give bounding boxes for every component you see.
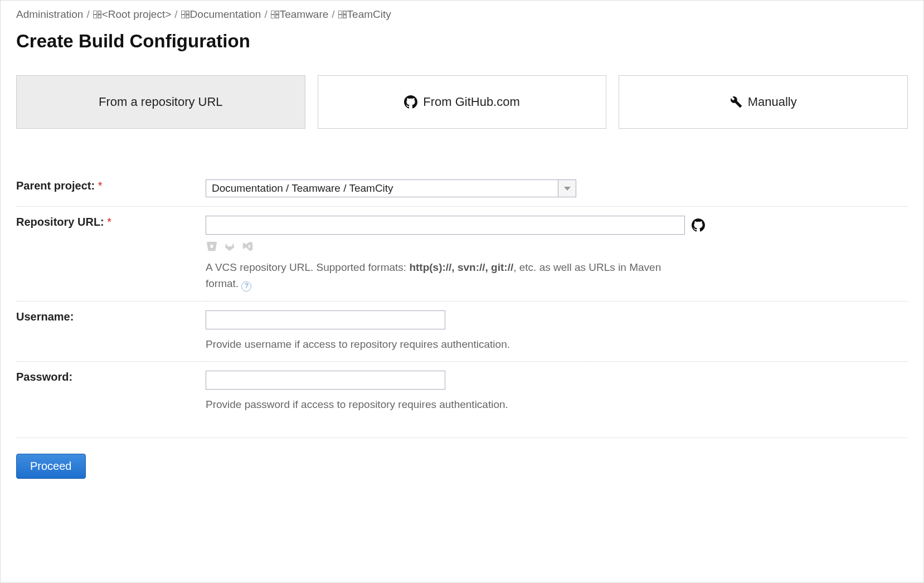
parent-project-label: Parent project: — [16, 179, 95, 192]
breadcrumb-separator: / — [86, 8, 89, 21]
password-hint: Provide password if access to repository… — [206, 396, 685, 412]
tab-from-repository-url[interactable]: From a repository URL — [16, 75, 305, 129]
breadcrumb-teamcity[interactable]: TeamCity — [338, 8, 391, 21]
tab-from-github[interactable]: From GitHub.com — [318, 75, 607, 129]
parent-project-value: Documentation / Teamware / TeamCity — [206, 180, 558, 197]
visualstudio-icon[interactable] — [241, 240, 254, 252]
username-hint: Provide username if access to repository… — [206, 336, 685, 352]
breadcrumb-root-project[interactable]: <Root project> — [93, 8, 172, 21]
gitlab-icon[interactable] — [223, 240, 236, 252]
required-marker: * — [98, 179, 103, 192]
create-mode-tabs: From a repository URL From GitHub.com Ma… — [16, 75, 908, 129]
repository-url-hint: A VCS repository URL. Supported formats:… — [206, 259, 685, 292]
github-icon[interactable] — [692, 218, 705, 232]
tab-label: From GitHub.com — [423, 95, 520, 109]
repository-url-label: Repository URL: — [16, 216, 104, 228]
tab-manually[interactable]: Manually — [619, 75, 908, 129]
dropdown-toggle[interactable] — [558, 180, 576, 197]
parent-project-select[interactable]: Documentation / Teamware / TeamCity — [206, 179, 576, 197]
project-icon — [181, 11, 189, 18]
bitbucket-icon[interactable] — [206, 240, 218, 252]
page-title: Create Build Configuration — [16, 31, 908, 52]
project-icon — [93, 11, 101, 18]
github-icon — [404, 95, 417, 109]
password-input[interactable] — [206, 371, 445, 390]
proceed-button[interactable]: Proceed — [16, 454, 86, 479]
breadcrumb-teamware[interactable]: Teamware — [271, 8, 329, 21]
breadcrumb-administration[interactable]: Administration — [16, 8, 83, 21]
tab-label: Manually — [748, 95, 797, 109]
tab-label: From a repository URL — [99, 95, 223, 109]
breadcrumb-documentation[interactable]: Documentation — [181, 8, 261, 21]
project-icon — [271, 11, 279, 18]
build-config-form: Parent project: * Documentation / Teamwa… — [16, 171, 908, 422]
wrench-icon — [730, 96, 742, 108]
vcs-provider-icons — [206, 240, 908, 252]
chevron-down-icon — [564, 187, 571, 191]
required-marker: * — [107, 216, 111, 228]
password-label: Password: — [16, 371, 72, 383]
breadcrumb: Administration / <Root project> / Docume… — [16, 8, 908, 21]
breadcrumb-separator: / — [332, 8, 334, 21]
username-input[interactable] — [206, 310, 445, 329]
help-icon[interactable]: ? — [241, 281, 251, 292]
breadcrumb-separator: / — [174, 8, 177, 21]
repository-url-input[interactable] — [206, 216, 685, 235]
project-icon — [338, 11, 346, 18]
username-label: Username: — [16, 310, 74, 323]
breadcrumb-separator: / — [264, 8, 267, 21]
